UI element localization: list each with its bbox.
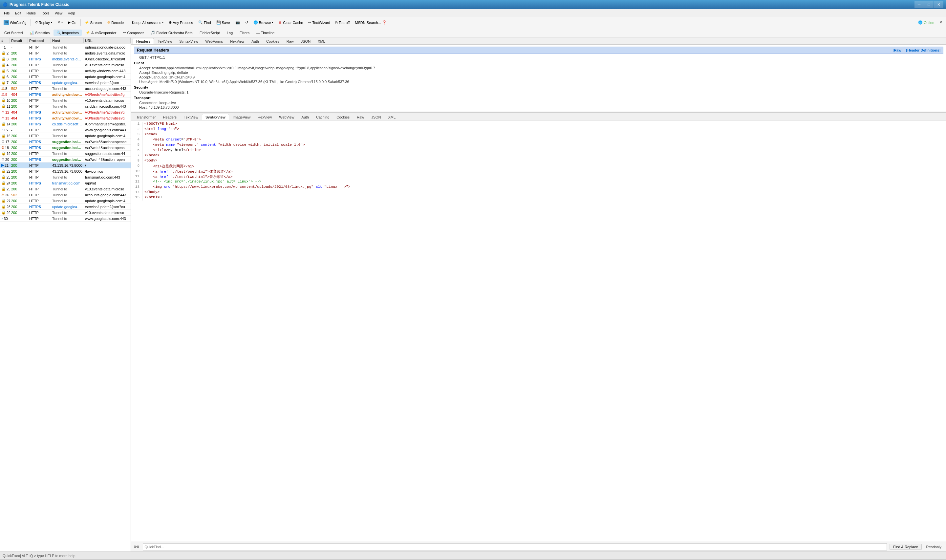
code-view[interactable]: 1 <!DOCTYPE html> 2 <html lang="en"> 3 <… xyxy=(131,120,946,542)
find-replace-button[interactable]: Find & Replace xyxy=(889,544,921,550)
resp-tab-textview[interactable]: TextView xyxy=(180,114,202,120)
resp-tab-headers[interactable]: Headers xyxy=(160,114,180,120)
tab-xml[interactable]: XML xyxy=(314,38,329,44)
keep-sessions-button[interactable]: Keep: All sessions ▾ xyxy=(130,19,166,26)
tab-json[interactable]: JSON xyxy=(297,38,314,44)
log-tab[interactable]: Log xyxy=(224,30,236,36)
table-row[interactable]: ⚙17 200 HTTPS suggestion.baidu.com /su?w… xyxy=(0,139,131,145)
browse-button[interactable]: 🌐 Browse ▾ xyxy=(251,19,276,26)
auto-responder-tab[interactable]: ⚡ AutoResponder xyxy=(83,29,119,36)
col-header-result[interactable]: Result xyxy=(10,38,28,43)
xmark-button[interactable]: ✕ ▾ xyxy=(55,19,65,26)
resp-tab-syntaxview[interactable]: SyntaxView xyxy=(202,114,229,120)
menu-tools[interactable]: Tools xyxy=(38,11,52,16)
save-button[interactable]: 💾 Save xyxy=(214,19,232,26)
resp-tab-cookies[interactable]: Cookies xyxy=(333,114,353,120)
col-header-num[interactable]: # xyxy=(0,38,10,43)
resp-tab-hexview[interactable]: HexView xyxy=(254,114,275,120)
menu-help[interactable]: Help xyxy=(65,11,78,16)
header-definitions-link[interactable]: [Header Definitions] xyxy=(906,48,940,52)
minimize-button[interactable]: ─ xyxy=(914,1,924,8)
online-button[interactable]: 🌐 Online xyxy=(916,19,937,26)
resp-tab-auth[interactable]: Auth xyxy=(298,114,312,120)
resp-tab-json[interactable]: JSON xyxy=(368,114,385,120)
camera-button[interactable]: 📷 xyxy=(233,19,242,26)
inspectors-tab[interactable]: 🔍 Inspectors xyxy=(54,29,82,36)
table-row[interactable]: ⚠12 404 HTTPS activity.windows.com /v3/f… xyxy=(0,109,131,115)
text-wizard-button[interactable]: ✏ TextWizard xyxy=(306,19,332,26)
clear-cache-button[interactable]: 🗑 Clear Cache xyxy=(276,19,305,26)
table-row[interactable]: 🔒5 200 HTTP Tunnel to activity.windows.c… xyxy=(0,68,131,74)
col-header-host[interactable]: Host xyxy=(51,38,84,43)
raw-link[interactable]: [Raw] xyxy=(892,48,902,52)
close-session-button[interactable]: ✕ xyxy=(937,19,945,26)
table-row[interactable]: 🔒2 200 HTTP Tunnel to mobile.events.data… xyxy=(0,50,131,56)
tab-raw[interactable]: Raw xyxy=(283,38,297,44)
table-row[interactable]: 🔒25 200 HTTP Tunnel to v10.events.data.m… xyxy=(0,186,131,192)
col-header-url[interactable]: URL xyxy=(84,38,131,43)
menu-rules[interactable]: Rules xyxy=(24,11,38,16)
composer-tab[interactable]: ✏ Composer xyxy=(120,29,147,36)
resp-tab-imageview[interactable]: ImageView xyxy=(229,114,254,120)
table-row[interactable]: 🔒7 200 HTTPS update.googleapis.... /serv… xyxy=(0,80,131,86)
winconfig-button[interactable]: 🖥 WinConfig xyxy=(1,19,29,26)
tab-textview[interactable]: TextView xyxy=(154,38,175,44)
statistics-tab[interactable]: 📊 Statistics xyxy=(26,29,52,36)
get-started-tab[interactable]: Get Started xyxy=(1,30,26,36)
resp-tab-caching[interactable]: Caching xyxy=(312,114,333,120)
resp-tab-raw[interactable]: Raw xyxy=(353,114,368,120)
table-row[interactable]: 🔒23 200 HTTP Tunnel to transmart.qq.com:… xyxy=(0,174,131,180)
table-row[interactable]: 🔒3 200 HTTPS mobile.events.data.... /One… xyxy=(0,56,131,62)
stream-button[interactable]: ⚡ Stream xyxy=(82,19,104,26)
tab-cookies[interactable]: Cookies xyxy=(263,38,283,44)
tearoff-button[interactable]: ⎘ Tearoff xyxy=(333,19,352,26)
table-row[interactable]: 🔒6 200 HTTP Tunnel to update.googleapis.… xyxy=(0,74,131,80)
menu-edit[interactable]: Edit xyxy=(12,11,24,16)
msdn-search-button[interactable]: MSDN Search... ❓ xyxy=(352,19,389,26)
go-button[interactable]: ▶ Go xyxy=(66,19,79,26)
table-row[interactable]: 🔒29 200 HTTP Tunnel to v10.events.data.m… xyxy=(0,210,131,216)
table-row[interactable]: 🔒22 200 HTTP 43.139.16.73:8000 /favicon.… xyxy=(0,168,131,174)
table-row[interactable]: 🔒10 200 HTTP Tunnel to v10.events.data.m… xyxy=(0,97,131,103)
find-button[interactable]: 🔍 Find xyxy=(196,19,213,26)
table-row[interactable]: 🔒19 200 HTTP Tunnel to suggestion.baidu.… xyxy=(0,151,131,157)
table-row[interactable]: ⚠8 502 HTTP Tunnel to accounts.google.co… xyxy=(0,86,131,92)
table-row[interactable]: ↑30 - HTTP Tunnel to www.googleapis.com:… xyxy=(0,216,131,222)
tab-hexview[interactable]: HexView xyxy=(226,38,248,44)
table-row[interactable]: ▶21 200 HTTP 43.139.16.73:8000 / xyxy=(0,163,131,168)
quickfind-input[interactable] xyxy=(143,543,887,551)
table-row[interactable]: 🔒4 200 HTTP Tunnel to v10.events.data.mi… xyxy=(0,62,131,68)
table-row[interactable]: ↑15 - HTTP Tunnel to www.googleapis.com:… xyxy=(0,127,131,133)
resp-tab-transformer[interactable]: Transformer xyxy=(132,114,160,120)
menu-file[interactable]: File xyxy=(1,11,12,16)
table-row[interactable]: ↑1 - HTTP Tunnel to optimizationguide-pa… xyxy=(0,44,131,50)
tab-syntaxview[interactable]: SyntaxView xyxy=(175,38,202,44)
tab-webforms[interactable]: WebForms xyxy=(202,38,227,44)
close-button[interactable]: ✕ xyxy=(934,1,943,8)
table-row[interactable]: ⚠9 404 HTTPS activity.windows.com /v3/fe… xyxy=(0,92,131,97)
replay-button[interactable]: ↺ Replay ▾ xyxy=(32,19,54,26)
table-row[interactable]: 🔒11 200 HTTP Tunnel to cs.dds.microsoft.… xyxy=(0,103,131,109)
fiddler-script-tab[interactable]: FiddlerScript xyxy=(197,30,223,36)
tab-headers[interactable]: Headers xyxy=(132,38,154,44)
menu-view[interactable]: View xyxy=(52,11,65,16)
table-row[interactable]: ⚙20 200 HTTPS suggestion.baidu.com /su?w… xyxy=(0,157,131,163)
table-row[interactable]: ⊘18 200 HTTPS suggestion.baidu.com /su?w… xyxy=(0,145,131,151)
col-header-protocol[interactable]: Protocol xyxy=(28,38,51,43)
resp-tab-xml[interactable]: XML xyxy=(385,114,399,120)
table-row[interactable]: 🔒28 200 HTTPS update.googleapis.... /ser… xyxy=(0,204,131,210)
maximize-button[interactable]: □ xyxy=(924,1,934,8)
table-row[interactable]: ⚠13 404 HTTPS activity.windows.com /v3/f… xyxy=(0,115,131,121)
sync-button[interactable]: ↺ xyxy=(243,19,251,26)
table-row[interactable]: 🔒27 200 HTTP Tunnel to update.googleapis… xyxy=(0,198,131,204)
resp-tab-webview[interactable]: WebView xyxy=(275,114,298,120)
filters-tab[interactable]: Filters xyxy=(237,30,252,36)
timeline-tab[interactable]: — Timeline xyxy=(254,30,277,36)
table-row[interactable]: 🔒24 200 HTTPS transmart.qq.com /api/mt xyxy=(0,180,131,186)
fiddler-orchestra-tab[interactable]: 🎵 Fiddler Orchestra Beta xyxy=(148,29,195,36)
decode-button[interactable]: ⚙ Decode xyxy=(105,19,126,26)
tab-auth[interactable]: Auth xyxy=(248,38,263,44)
table-row[interactable]: 🔒14 200 HTTPS cs.dds.microsoft.com /Comm… xyxy=(0,121,131,127)
any-process-button[interactable]: ⊕ Any Process xyxy=(166,19,195,26)
table-row[interactable]: ⚠26 502 HTTP Tunnel to accounts.google.c… xyxy=(0,192,131,198)
